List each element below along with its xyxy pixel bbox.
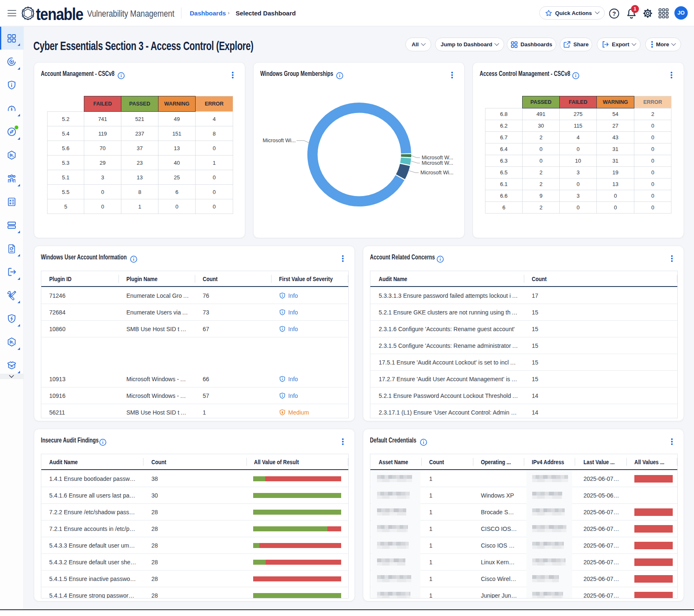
svg-text:?: ? [612,10,616,17]
svg-text:Microsoft Wi...: Microsoft Wi... [263,138,296,143]
svg-text:Microsoft Wi...: Microsoft Wi... [420,170,453,176]
svg-text:Microsoft W...: Microsoft W... [422,155,453,161]
svg-text:Microsoft W...: Microsoft W... [422,160,453,166]
